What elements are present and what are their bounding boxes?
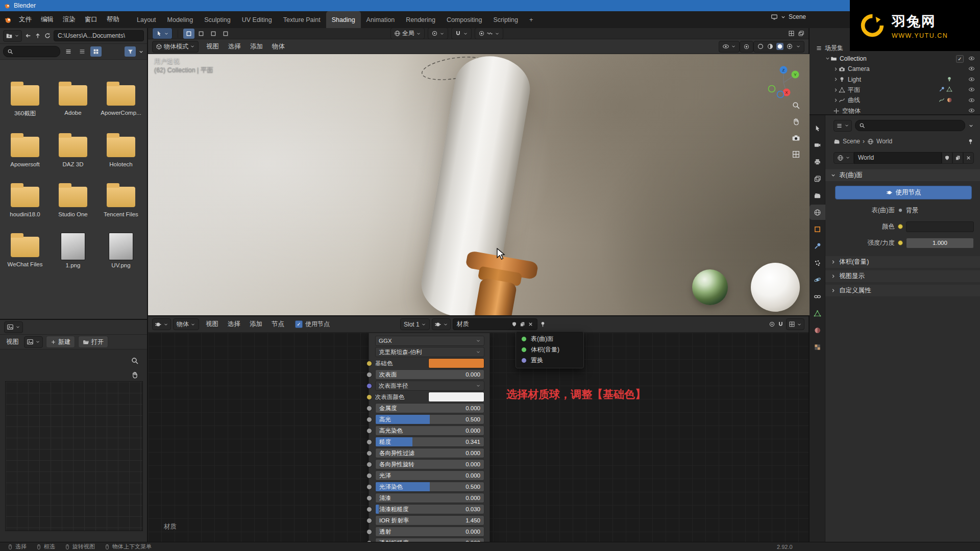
workspace-tab[interactable]: UV Editing (236, 11, 278, 28)
use-nodes-checkbox[interactable]: ✓ 使用节点 (295, 320, 330, 329)
shader-menu[interactable]: 节点 (267, 316, 289, 332)
workspace-tab[interactable]: Scripting (487, 11, 524, 28)
orthographic-toggle-icon[interactable] (792, 150, 800, 159)
viewport-menu[interactable]: 添加 (246, 39, 267, 54)
eye-icon[interactable] (968, 107, 975, 114)
node-value-slider[interactable]: 光泽染色0.500 (375, 482, 484, 492)
properties-tab-layers[interactable] (810, 171, 825, 186)
viewport-menu[interactable]: 视图 (202, 39, 224, 54)
menubar-menu[interactable]: 窗口 (80, 11, 102, 28)
unlink-button[interactable] (963, 152, 974, 164)
pivot-point-dropdown[interactable] (428, 28, 448, 39)
wireframe-shading-icon[interactable] (757, 43, 764, 50)
node-socket[interactable] (366, 462, 372, 467)
eye-icon[interactable] (968, 76, 975, 83)
node-value-slider[interactable]: 各向异性旋转0.000 (375, 459, 484, 469)
node-dropdown[interactable]: GGX (375, 336, 484, 346)
unlink-x-icon[interactable] (528, 321, 533, 327)
outliner-row[interactable]: Collection✓ (810, 54, 980, 64)
properties-tab-mesh[interactable] (810, 306, 825, 321)
popup-menu-item[interactable]: 体积(音量) (516, 344, 583, 355)
scene-selector[interactable]: Scene (771, 13, 806, 20)
node-socket[interactable] (366, 495, 372, 501)
pivot-icon[interactable] (769, 321, 775, 328)
mode-dropdown[interactable]: 物体模式 (152, 41, 199, 53)
popup-menu-item[interactable]: 表(曲)面 (516, 334, 583, 344)
node-socket[interactable] (366, 507, 372, 512)
node-socket[interactable] (366, 450, 372, 456)
workspace-tab[interactable]: Shading (326, 11, 361, 28)
file-item[interactable]: Tencent Files (97, 179, 145, 217)
breadcrumb-world[interactable]: World (876, 138, 892, 145)
zoom-icon[interactable] (792, 101, 800, 110)
world-color-swatch[interactable] (906, 221, 974, 232)
outliner-row[interactable]: 空物体 (810, 106, 980, 116)
active-tool-button[interactable] (152, 28, 173, 39)
blender-app-icon[interactable] (4, 16, 12, 24)
node-socket[interactable] (366, 518, 372, 523)
node-value-slider[interactable]: 清漆0.000 (375, 493, 484, 503)
node-socket[interactable] (366, 529, 372, 535)
shader-menu[interactable]: 添加 (245, 316, 267, 332)
image-browse-button[interactable] (24, 336, 43, 348)
file-item[interactable]: 360截图 (1, 77, 49, 117)
pan-hand-icon[interactable] (131, 371, 139, 379)
image-editor-canvas[interactable] (5, 381, 143, 531)
view-menu[interactable]: 视图 (4, 335, 21, 349)
browse-material-button[interactable] (432, 318, 451, 330)
node-dropdown[interactable]: 次表面半径 (375, 381, 484, 391)
properties-tab-object-square[interactable] (810, 221, 825, 237)
properties-tab-wrench[interactable] (810, 238, 825, 254)
material-preview-icon[interactable] (776, 43, 783, 50)
thumbnail-view-toggle[interactable] (90, 46, 102, 57)
outliner-row[interactable]: Light (810, 74, 980, 85)
node-socket[interactable] (366, 417, 372, 422)
expander-icon[interactable] (833, 77, 839, 82)
node-color-swatch[interactable] (428, 392, 484, 402)
node-value-slider[interactable]: 次表面0.000 (375, 369, 484, 380)
properties-search-input[interactable] (867, 122, 903, 129)
workspace-tab[interactable]: Texture Paint (278, 11, 326, 28)
detail-view-toggle[interactable] (77, 46, 88, 57)
select-mode-toggle[interactable] (208, 29, 219, 39)
show-gizmo-dropdown[interactable] (719, 41, 740, 53)
add-workspace-button[interactable]: + (524, 11, 538, 28)
workspace-tab[interactable]: Compositing (441, 11, 487, 28)
new-image-button[interactable]: 新建 (46, 336, 75, 348)
parent-directory-icon[interactable] (34, 32, 41, 39)
overlays-toggle[interactable] (740, 41, 753, 53)
node-value-slider[interactable]: 透射粗糙度0.000 (375, 538, 484, 542)
duplicate-icon[interactable] (520, 321, 525, 327)
viewport-menu[interactable]: 物体 (267, 39, 289, 54)
properties-tab-texture-check[interactable] (810, 339, 825, 355)
strength-slider[interactable]: 1.000 (906, 238, 974, 248)
editor-type-button[interactable] (3, 30, 22, 42)
properties-search-box[interactable] (855, 120, 965, 131)
solid-shading-icon[interactable] (767, 43, 774, 50)
node-socket[interactable] (366, 406, 372, 411)
properties-tab-globe[interactable] (810, 205, 825, 220)
collapsed-section-header[interactable]: 体积(音量) (825, 256, 980, 268)
node-value-slider[interactable]: 清漆粗糙度0.030 (375, 504, 484, 514)
outliner-row[interactable]: 平面 (810, 85, 980, 95)
menubar-menu[interactable]: 帮助 (102, 11, 124, 28)
popup-menu-item[interactable]: 置换 (516, 355, 583, 366)
fake-user-shield-icon[interactable] (511, 321, 517, 327)
eye-icon[interactable] (968, 55, 975, 62)
file-item[interactable]: houdini18.0 (1, 179, 49, 217)
outliner-row[interactable]: Camera (810, 64, 980, 74)
menubar-menu[interactable]: 文件 (14, 11, 36, 28)
outliner-row[interactable]: 曲线 (810, 95, 980, 106)
world-name-field[interactable]: World (854, 152, 942, 164)
open-image-button[interactable]: 打开 (78, 336, 108, 348)
node-socket[interactable] (366, 473, 372, 479)
node-socket[interactable] (366, 372, 372, 378)
node-value-slider[interactable]: 光泽0.000 (375, 470, 484, 481)
shader-menu[interactable]: 选择 (223, 316, 245, 332)
overlay-options-button[interactable] (786, 318, 804, 330)
keyframe-dot-icon[interactable] (898, 224, 903, 229)
zoom-icon[interactable] (131, 357, 139, 365)
eye-icon[interactable] (968, 65, 975, 72)
select-mode-toggle[interactable] (195, 29, 207, 39)
rendered-shading-icon[interactable] (786, 43, 793, 50)
